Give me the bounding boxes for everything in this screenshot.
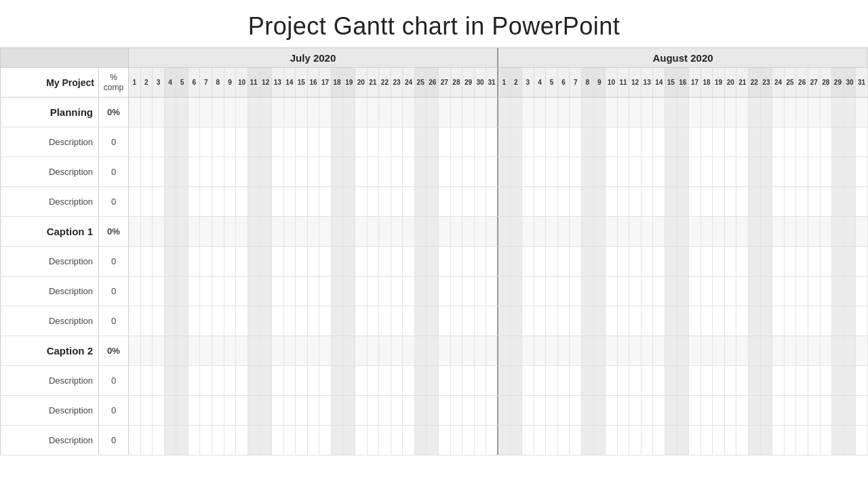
- desc-label: Description: [0, 306, 99, 336]
- grid-cell: [713, 366, 725, 395]
- grid-cell: [772, 187, 785, 216]
- grid-cell: [272, 426, 284, 455]
- grid-cell: [343, 187, 355, 216]
- month-header-row: July 2020August 2020: [129, 47, 868, 68]
- desc-label: Description: [0, 187, 99, 216]
- grid-cell: [772, 157, 785, 186]
- grid-cell: [677, 217, 690, 246]
- grid-cell: [629, 217, 642, 246]
- grid-cell: [451, 306, 463, 336]
- grid-cell: [653, 217, 665, 246]
- grid-cell: [368, 336, 380, 365]
- day-cell: 29: [462, 68, 475, 97]
- grid-section-row: [129, 336, 868, 366]
- grid-cell: [391, 396, 403, 425]
- grid-cell: [475, 426, 487, 455]
- grid-cell: [785, 336, 797, 365]
- grid-cell: [212, 127, 224, 157]
- section-row: Caption 10%: [0, 217, 129, 247]
- grid-cell: [319, 187, 332, 216]
- grid-cell: [475, 217, 487, 246]
- grid-cell: [319, 127, 332, 157]
- grid-cell: [725, 426, 737, 455]
- grid-cell: [534, 98, 547, 127]
- grid-cell: [689, 127, 701, 157]
- day-cell: 26: [427, 68, 439, 97]
- grid-cell: [558, 426, 570, 455]
- grid-cell: [736, 277, 749, 306]
- grid-cell: [511, 217, 523, 246]
- grid-cell: [796, 306, 808, 336]
- grid-cell: [332, 426, 344, 455]
- grid-cell: [522, 127, 534, 157]
- grid-cell: [665, 396, 677, 425]
- grid-cell: [153, 247, 165, 276]
- day-cell: 23: [391, 68, 403, 97]
- grid-cell: [701, 396, 713, 425]
- day-cell: 13: [272, 68, 284, 97]
- grid-cell: [821, 187, 833, 216]
- day-cell: 1: [498, 68, 511, 97]
- grid-cell: [451, 247, 463, 276]
- grid-cell: [689, 366, 701, 395]
- grid-cell: [677, 426, 690, 455]
- grid-cell: [546, 366, 558, 395]
- grid-cell: [415, 277, 427, 306]
- grid-cell: [629, 127, 642, 157]
- grid-cell: [725, 247, 737, 276]
- grid-cell: [236, 426, 248, 455]
- grid-cell: [379, 366, 391, 395]
- grid-cell: [582, 157, 594, 186]
- grid-cell: [129, 366, 141, 395]
- grid-cell: [713, 247, 725, 276]
- grid-cell: [165, 396, 177, 425]
- grid-cell: [653, 426, 665, 455]
- grid-cell: [832, 98, 844, 127]
- grid-cell: [534, 426, 547, 455]
- grid-cell: [749, 187, 761, 216]
- grid-cell: [176, 127, 189, 157]
- grid-cell: [343, 157, 355, 186]
- grid-cell: [570, 366, 582, 395]
- grid-cell: [821, 98, 833, 127]
- grid-cell: [511, 426, 523, 455]
- desc-row: Description0: [0, 366, 129, 396]
- grid-cell: [212, 396, 224, 425]
- grid-cell: [427, 98, 439, 127]
- grid-cell: [665, 127, 677, 157]
- grid-cell: [308, 187, 320, 216]
- grid-cell: [546, 277, 558, 306]
- grid-cell: [534, 366, 547, 395]
- grid-cell: [462, 127, 475, 157]
- grid-cell: [427, 396, 439, 425]
- grid-cell: [224, 426, 237, 455]
- grid-cell: [498, 157, 511, 186]
- grid-cell: [475, 187, 487, 216]
- grid-cell: [856, 277, 868, 306]
- day-cell: 30: [475, 68, 487, 97]
- grid-cell: [713, 127, 725, 157]
- grid-cell: [546, 247, 558, 276]
- grid-cell: [725, 366, 737, 395]
- grid-cell: [129, 217, 141, 246]
- grid-cell: [558, 98, 570, 127]
- day-cell: 4: [534, 68, 547, 97]
- grid-cell: [558, 277, 570, 306]
- grid-cell: [653, 247, 665, 276]
- grid-cell: [236, 187, 248, 216]
- grid-cell: [665, 98, 677, 127]
- grid-cell: [725, 187, 737, 216]
- grid-cell: [844, 336, 856, 365]
- grid-cell: [486, 217, 498, 246]
- grid-cell: [582, 336, 594, 365]
- grid-cell: [761, 217, 773, 246]
- pct-label: % comp: [99, 68, 129, 97]
- grid-cell: [832, 426, 844, 455]
- grid-cell: [701, 277, 713, 306]
- grid-cell: [332, 187, 344, 216]
- grid-cell: [379, 98, 391, 127]
- grid-cell: [343, 247, 355, 276]
- grid-cell: [772, 336, 785, 365]
- grid-cell: [761, 366, 773, 395]
- grid-cell: [284, 98, 296, 127]
